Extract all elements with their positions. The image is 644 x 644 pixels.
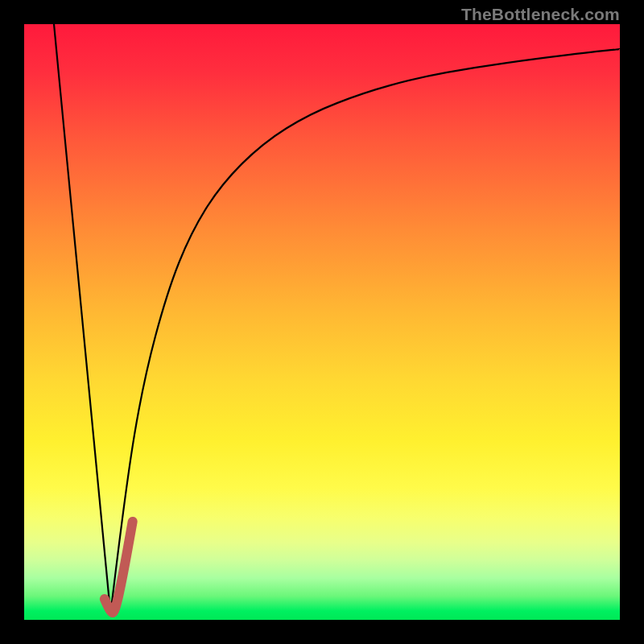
series-left-line (54, 24, 110, 614)
chart-frame: TheBottleneck.com (0, 0, 644, 644)
chart-svg (24, 24, 620, 620)
series-right-curve (110, 49, 620, 614)
series-marker-j (105, 522, 133, 613)
watermark-text: TheBottleneck.com (461, 5, 620, 24)
